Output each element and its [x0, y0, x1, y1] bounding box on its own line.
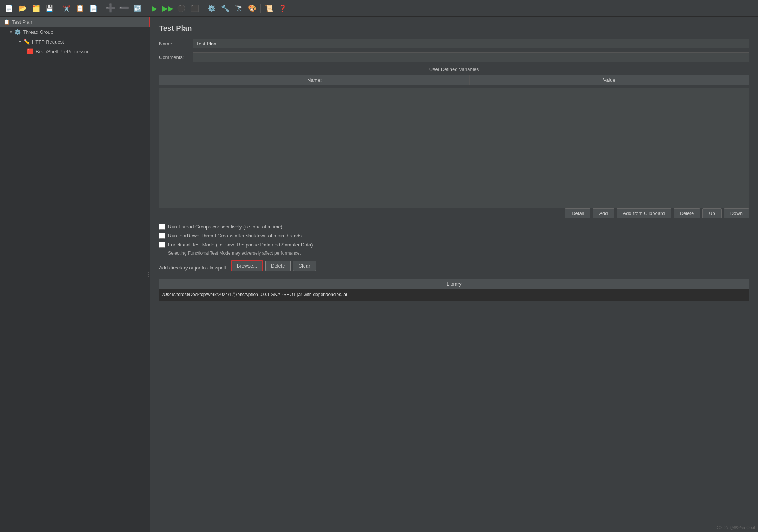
classpath-buttons: Browse... Delete Clear: [231, 260, 316, 271]
clear-button[interactable]: Clear: [293, 261, 316, 271]
library-section: Library /Users/forest/Desktop/work/2024/…: [159, 279, 749, 301]
add-from-clipboard-button[interactable]: Add from Clipboard: [617, 208, 671, 218]
up-button[interactable]: Up: [702, 208, 722, 218]
comments-input[interactable]: [193, 52, 749, 62]
library-title: Library: [159, 279, 749, 289]
table-actions: Detail Add Add from Clipboard Delete Up …: [159, 208, 749, 218]
variables-table: Name: Value: [159, 75, 749, 85]
name-column-header: Name:: [159, 75, 470, 85]
run-consecutive-label: Run Thread Groups consecutively (i.e. on…: [168, 224, 283, 230]
separator-3: [146, 4, 146, 13]
tree-item-http-request[interactable]: ▼ ✏️ HTTP Request: [0, 37, 150, 47]
copy-button[interactable]: 📋: [74, 2, 86, 14]
separator-4: [203, 4, 203, 13]
delete-classpath-button[interactable]: Delete: [265, 261, 291, 271]
test-plan-icon: 📋: [3, 19, 10, 25]
name-input[interactable]: [193, 39, 749, 48]
stop-button[interactable]: ⚫: [175, 2, 187, 14]
separator-5: [260, 4, 261, 13]
run-button[interactable]: ▶: [148, 2, 160, 14]
save-copy-button[interactable]: 🗂️: [30, 2, 42, 14]
new-button[interactable]: 📄: [3, 2, 15, 14]
content-panel: Test Plan Name: Comments: User Defined V…: [150, 17, 758, 532]
tree-item-label: BeanShell PreProcessor: [36, 49, 89, 54]
functional-test-row: Functional Test Mode (i.e. save Response…: [159, 242, 749, 248]
classpath-row: Add directory or jar to classpath Browse…: [159, 260, 749, 275]
library-entry[interactable]: /Users/forest/Desktop/work/2024/1月/encry…: [159, 289, 749, 301]
name-label: Name:: [159, 41, 193, 47]
undo-button[interactable]: ↩️: [131, 2, 143, 14]
variables-section-title: User Defined Variables: [159, 66, 749, 72]
open-button[interactable]: 📂: [17, 2, 29, 14]
tree-item-label: Thread Group: [23, 29, 53, 35]
run-teardown-checkbox[interactable]: [159, 233, 165, 239]
tree-item-label: HTTP Request: [32, 39, 64, 45]
run-consecutive-checkbox[interactable]: [159, 224, 165, 230]
tree-item-label: Test Plan: [12, 19, 32, 25]
toolbar: 📄 📂 🗂️ 💾 ✂️ 📋 📄 ➕ ➖ ↩️ ▶ ▶▶ ⚫ ⬛ ⚙️ 🔧 🔭 🎨…: [0, 0, 758, 17]
separator-2: [102, 4, 102, 13]
down-button[interactable]: Down: [724, 208, 749, 218]
delete-variable-button[interactable]: Delete: [674, 208, 701, 218]
variables-table-body: [159, 88, 749, 208]
http-request-icon: ✏️: [23, 39, 30, 45]
help-button[interactable]: ❓: [277, 2, 289, 14]
run-remote-button[interactable]: ▶▶: [162, 2, 174, 14]
expand-icon: ▼: [9, 30, 13, 34]
binoculars-button[interactable]: 🔭: [233, 2, 245, 14]
browse-button[interactable]: Browse...: [231, 260, 263, 271]
functional-test-label: Functional Test Mode (i.e. save Response…: [168, 242, 313, 248]
remove-button[interactable]: ➖: [118, 2, 130, 14]
functional-note: Selecting Functional Test Mode may adver…: [168, 251, 749, 256]
tree-item-test-plan[interactable]: 📋 Test Plan: [0, 17, 150, 27]
footer-watermark: CSDN @林子soCool: [717, 525, 755, 530]
comments-label: Comments:: [159, 54, 193, 60]
settings-button[interactable]: ⚙️: [206, 2, 218, 14]
separator-1: [58, 4, 58, 13]
comments-field-row: Comments:: [159, 52, 749, 62]
add-variable-button[interactable]: Add: [593, 208, 614, 218]
main-layout: 📋 Test Plan ▼ ⚙️ Thread Group ▼ ✏️ HTTP …: [0, 17, 758, 532]
save-button[interactable]: 💾: [44, 2, 56, 14]
tree-item-beanshell[interactable]: 🟥 BeanShell PreProcessor: [0, 47, 150, 56]
add-button[interactable]: ➕: [104, 2, 116, 14]
run-teardown-label: Run tearDown Thread Groups after shutdow…: [168, 233, 302, 239]
detail-button[interactable]: Detail: [565, 208, 590, 218]
run-teardown-row: Run tearDown Thread Groups after shutdow…: [159, 233, 749, 239]
panel-title: Test Plan: [159, 24, 749, 33]
script-button[interactable]: 📜: [263, 2, 275, 14]
sidebar-resize-handle[interactable]: ⋮: [147, 267, 150, 282]
expand-icon: ▼: [18, 40, 22, 44]
sidebar: 📋 Test Plan ▼ ⚙️ Thread Group ▼ ✏️ HTTP …: [0, 17, 150, 532]
thread-group-icon: ⚙️: [14, 29, 21, 35]
value-column-header: Value: [470, 75, 749, 85]
beanshell-icon: 🟥: [27, 48, 33, 54]
run-consecutive-row: Run Thread Groups consecutively (i.e. on…: [159, 224, 749, 230]
paint-button[interactable]: 🎨: [246, 2, 258, 14]
paste-button[interactable]: 📄: [87, 2, 99, 14]
tree-item-thread-group[interactable]: ▼ ⚙️ Thread Group: [0, 27, 150, 37]
stop-remote-button[interactable]: ⬛: [189, 2, 201, 14]
name-field-row: Name:: [159, 39, 749, 48]
classpath-label: Add directory or jar to classpath: [159, 265, 228, 271]
plugin-button[interactable]: 🔧: [219, 2, 231, 14]
cut-button[interactable]: ✂️: [60, 2, 72, 14]
functional-test-checkbox[interactable]: [159, 242, 165, 248]
